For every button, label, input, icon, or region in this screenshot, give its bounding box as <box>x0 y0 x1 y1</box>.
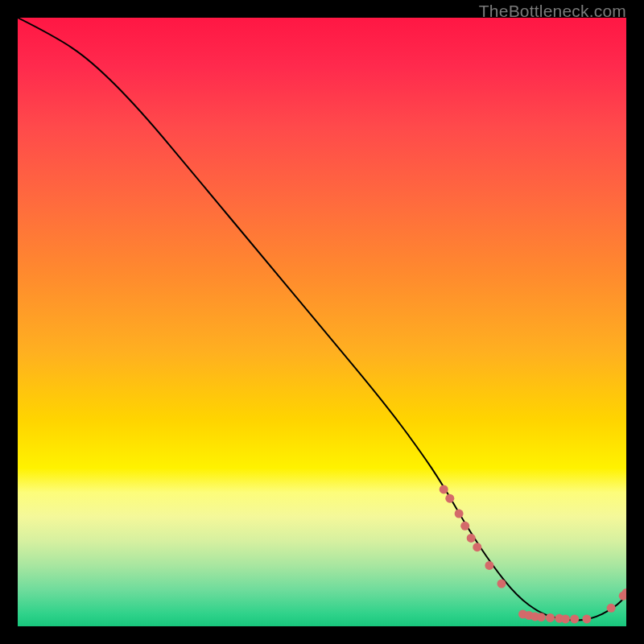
curve-marker <box>455 510 464 518</box>
curve-marker <box>467 534 476 543</box>
curve-marker <box>570 614 579 623</box>
curve-marker <box>473 543 481 551</box>
curve-marker <box>561 614 570 623</box>
chart-svg <box>18 18 626 626</box>
curve-marker <box>440 485 448 493</box>
curve-marker <box>445 494 454 503</box>
chart-stage: TheBottleneck.com <box>0 0 644 644</box>
curve-marker <box>537 613 546 621</box>
curve-markers <box>440 485 626 623</box>
curve-marker <box>460 522 469 530</box>
bottleneck-curve <box>18 18 626 620</box>
curve-marker <box>485 561 493 570</box>
curve-marker <box>607 604 616 613</box>
curve-marker <box>546 613 555 622</box>
curve-marker <box>497 580 506 588</box>
plot-area <box>18 18 626 626</box>
curve-marker <box>582 614 591 623</box>
